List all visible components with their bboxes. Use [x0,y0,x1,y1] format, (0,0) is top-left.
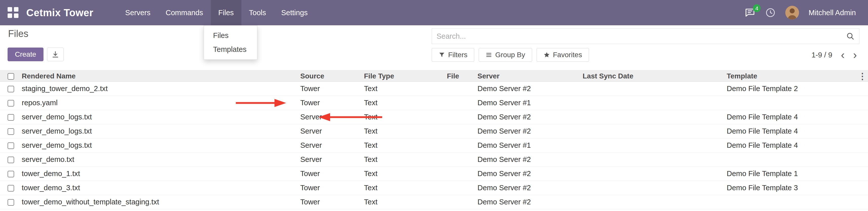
table-row[interactable]: tower_demo_without_template_staging.txt … [0,195,868,209]
row-checkbox[interactable] [8,199,14,206]
group-by-button[interactable]: Group By [479,48,532,62]
messages-badge: 4 [753,4,761,12]
pager: 1-9 / 9 ‹ › [811,48,857,62]
column-header-last-sync-date[interactable]: Last Sync Date [579,70,723,82]
table-row[interactable]: staging_tower_demo_2.txt Tower Text Demo… [0,82,868,96]
cell-rendered-name: tower_demo_1.txt [18,167,296,181]
row-checkbox[interactable] [8,171,14,177]
cell-rendered-name: server_demo.txt [18,153,296,167]
menu-settings[interactable]: Settings [274,0,315,25]
clock-icon [765,7,776,18]
cell-template: Demo File Template 3 [723,181,857,195]
menu-files[interactable]: Files [211,0,241,25]
cell-source: Tower [296,167,360,181]
cell-file [443,96,473,110]
cell-file-type: Text [360,96,443,110]
files-table-body: staging_tower_demo_2.txt Tower Text Demo… [0,82,868,209]
cell-file [443,153,473,167]
cell-server: Demo Server #1 [473,96,579,110]
row-checkbox[interactable] [8,157,14,163]
pager-previous-icon[interactable]: ‹ [841,48,845,62]
column-header-rendered-name[interactable]: Rendered Name [18,70,296,82]
cell-server: Demo Server #2 [473,181,579,195]
table-row[interactable]: tower_demo_3.txt Tower Text Demo Server … [0,181,868,195]
app-screen: Cetmix Tower Servers Commands Files Tool… [0,0,868,211]
search-input[interactable] [437,32,846,40]
table-row[interactable]: server_demo_logs.txt Server Text Demo Se… [0,110,868,124]
column-header-file[interactable]: File [443,70,473,82]
download-icon [51,50,59,58]
column-header-source[interactable]: Source [296,70,360,82]
cell-template: Demo File Template 4 [723,124,857,139]
cell-last-sync-date [579,181,723,195]
cell-rendered-name: server_demo_logs.txt [18,124,296,139]
action-buttons: Create [8,48,64,61]
select-all-checkbox[interactable] [8,73,14,80]
cell-last-sync-date [579,82,723,96]
cell-rendered-name: tower_demo_without_template_staging.txt [18,195,296,209]
cell-file-type: Text [360,153,443,167]
page-title: Files [8,28,28,39]
app-title[interactable]: Cetmix Tower [26,7,93,19]
cell-last-sync-date [579,124,723,139]
menu-servers[interactable]: Servers [118,0,158,25]
cell-source: Server [296,153,360,167]
cell-template: Demo File Template 2 [723,82,857,96]
table-row[interactable]: tower_demo_1.txt Tower Text Demo Server … [0,167,868,181]
cell-file-type: Text [360,124,443,139]
cell-file [443,82,473,96]
cell-source: Tower [296,82,360,96]
export-button[interactable] [47,48,64,61]
cell-server: Demo Server #2 [473,124,579,139]
cell-rendered-name: repos.yaml [18,96,296,110]
dropdown-item-templates[interactable]: Templates [204,42,257,56]
table-row[interactable]: server_demo.txt Server Text Demo Server … [0,153,868,167]
optional-columns-icon[interactable]: ⋮ [858,71,867,81]
pager-value[interactable]: 1-9 / 9 [811,51,832,59]
user-avatar[interactable] [785,6,799,20]
row-checkbox[interactable] [8,185,14,191]
avatar-image [785,6,799,20]
row-checkbox[interactable] [8,86,14,92]
cell-file [443,195,473,209]
cell-file [443,181,473,195]
cell-server: Demo Server #2 [473,167,579,181]
user-name[interactable]: Mitchell Admin [809,9,856,17]
group-by-label: Group By [495,51,525,59]
pager-next-icon[interactable]: › [853,48,857,62]
cell-file-type: Text [360,139,443,153]
apps-grid-icon[interactable] [8,7,19,18]
cell-file-type: Text [360,167,443,181]
row-checkbox[interactable] [8,143,14,149]
row-checkbox[interactable] [8,128,14,135]
search-options: Filters Group By Favorites [432,48,589,62]
messages-icon[interactable]: 4 [744,7,755,18]
favorites-button[interactable]: Favorites [537,48,589,62]
topbar-right: 4 Mitchell Admin [744,6,856,20]
activities-icon[interactable] [765,7,776,18]
filters-button[interactable]: Filters [432,48,474,62]
cell-template [723,153,857,167]
files-dropdown-menu: Files Templates [204,25,257,60]
dropdown-item-files[interactable]: Files [204,29,257,42]
cell-rendered-name: tower_demo_3.txt [18,181,296,195]
cell-template [723,195,857,209]
table-row[interactable]: server_demo_logs.txt Server Text Demo Se… [0,124,868,139]
cell-rendered-name: server_demo_logs.txt [18,110,296,124]
row-checkbox[interactable] [8,114,14,121]
column-header-template[interactable]: Template [723,70,857,82]
table-header-row: Rendered Name Source File Type File Serv… [0,70,868,82]
menu-tools[interactable]: Tools [241,0,274,25]
table-row[interactable]: server_demo_logs.txt Server Text Demo Se… [0,139,868,153]
filter-funnel-icon [439,52,445,58]
cell-server: Demo Server #2 [473,82,579,96]
table-row[interactable]: repos.yaml Tower Text Demo Server #1 [0,96,868,110]
cell-source: Tower [296,195,360,209]
menu-commands[interactable]: Commands [158,0,211,25]
search-icon[interactable] [846,32,855,40]
column-header-file-type[interactable]: File Type [360,70,443,82]
cell-source: Server [296,110,360,124]
row-checkbox[interactable] [8,100,14,107]
column-header-server[interactable]: Server [473,70,579,82]
create-button[interactable]: Create [8,48,43,61]
